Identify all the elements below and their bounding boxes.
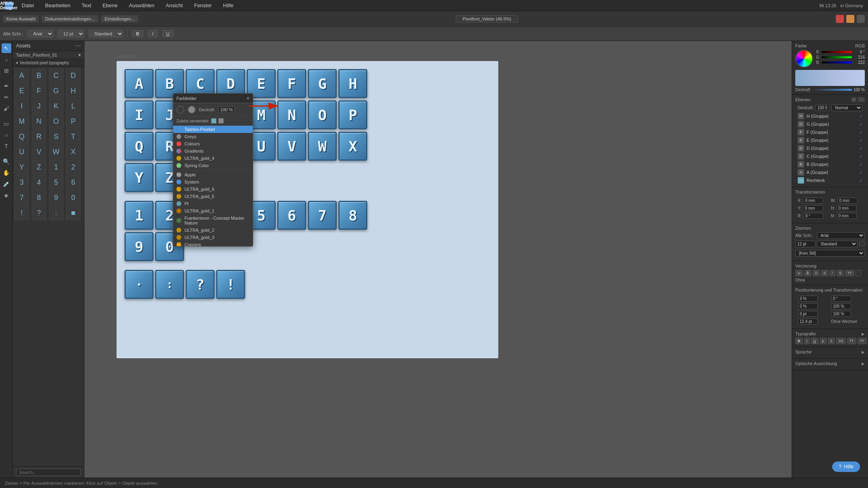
asset-E[interactable]: E <box>14 84 29 98</box>
palette-ultra-gold5[interactable]: ULTRA_gold_5 <box>173 193 253 200</box>
asset-6[interactable]: 6 <box>66 175 80 190</box>
layers-add-btn[interactable]: + <box>851 97 856 102</box>
font-weight-select[interactable]: Standard <box>88 30 123 38</box>
palette-spring[interactable]: Spring Color <box>173 162 253 169</box>
palette-tashiro-pixelart[interactable]: Tashiro-Pixelart <box>173 126 253 133</box>
typo-ss-btn[interactable]: SS <box>836 338 846 344</box>
typo-tt2-btn[interactable]: TT <box>858 338 867 344</box>
pos-r-input[interactable] <box>831 296 851 302</box>
palette-crayons[interactable]: Crayons <box>173 241 253 246</box>
select-tool[interactable]: ↖ <box>2 43 11 53</box>
asset-L[interactable]: L <box>66 99 80 113</box>
layer-E-gruppe[interactable]: E E (Gruppe) ✓ <box>795 136 865 144</box>
h-input[interactable] <box>837 205 857 211</box>
blend-mode-select[interactable]: Normal <box>831 104 862 111</box>
canvas-area[interactable]: Artboard1 A B C D E F G H I J K L <box>84 41 792 478</box>
sprache-expand[interactable]: Sprache ▶ <box>795 349 865 354</box>
font-family-select[interactable]: Arial <box>817 232 865 239</box>
asset-T[interactable]: T <box>66 129 80 144</box>
color-decoration-chip[interactable] <box>856 270 861 276</box>
asset-N[interactable]: N <box>32 114 46 129</box>
asset-V[interactable]: V <box>32 145 46 159</box>
no-selection-btn[interactable]: Keine Auswahl <box>3 15 39 22</box>
asset-D[interactable]: D <box>66 68 80 83</box>
asset-9[interactable]: 9 <box>49 190 63 205</box>
palette-colours[interactable]: Colours <box>173 140 253 147</box>
menu-auswaehlen[interactable]: Auswählen <box>127 2 157 9</box>
strikethrough-btn[interactable]: S̶ <box>804 270 811 276</box>
recent-swatch-2[interactable] <box>218 118 224 124</box>
sub-btn[interactable]: S <box>837 270 844 276</box>
pos-x-pct[interactable] <box>798 296 818 302</box>
asset-1[interactable]: 1 <box>49 160 63 174</box>
pos-px[interactable] <box>798 311 818 317</box>
asset-B[interactable]: B <box>32 68 46 83</box>
pencil-tool[interactable]: ✏ <box>2 92 11 102</box>
transform-tool[interactable]: ⊞ <box>2 66 11 76</box>
pos-py[interactable] <box>798 319 818 325</box>
palette-system[interactable]: System <box>173 178 253 186</box>
farbfelder-close-btn[interactable]: × <box>246 95 250 101</box>
asset-7[interactable]: 7 <box>14 190 29 205</box>
layers-menu-btn[interactable]: ⋯ <box>858 97 865 102</box>
asset-W[interactable]: W <box>49 145 63 159</box>
smallcaps-btn[interactable]: ˢ <box>829 270 835 276</box>
palette-apple[interactable]: Apple <box>173 171 253 178</box>
pen-tool[interactable]: ✒ <box>2 81 11 91</box>
asset-3[interactable]: 3 <box>14 175 29 190</box>
assets-section-triangle[interactable]: ▾ <box>16 61 18 65</box>
doc-settings-btn[interactable]: Dokumenteinstellungen... <box>42 15 98 22</box>
asset-excl[interactable]: ! <box>14 206 29 220</box>
typo-tt-btn[interactable]: TT <box>847 338 856 344</box>
palette-frankentoon[interactable]: Frankentoon - Concept Master Nature <box>173 214 253 227</box>
asset-5[interactable]: 5 <box>49 175 63 190</box>
kein-stil-select[interactable]: [Kein Stil] <box>795 250 865 257</box>
asset-0[interactable]: 0 <box>66 190 80 205</box>
asset-4[interactable]: 4 <box>32 175 46 190</box>
asset-U[interactable]: U <box>14 145 29 159</box>
node-tool[interactable]: ⬦ <box>2 55 11 64</box>
toolbar-icon-3[interactable] <box>857 15 865 23</box>
assets-menu-btn[interactable]: ⋯ <box>75 43 81 49</box>
asset-M[interactable]: M <box>14 114 29 129</box>
asset-G[interactable]: G <box>49 84 63 98</box>
color-wheel[interactable] <box>795 50 813 67</box>
opacity-slider[interactable] <box>812 89 852 91</box>
layer-C-gruppe[interactable]: C C (Gruppe) ✓ <box>795 152 865 160</box>
font-style-select[interactable]: Standard <box>817 241 858 247</box>
eyedrop-tool[interactable]: 💉 <box>2 179 11 189</box>
recent-swatch-1[interactable] <box>211 118 217 124</box>
asset-A[interactable]: A <box>14 68 29 83</box>
typo-bold-btn[interactable]: B <box>795 338 803 344</box>
asset-O[interactable]: O <box>49 114 63 129</box>
asset-P[interactable]: P <box>66 114 80 129</box>
hand-tool[interactable]: ✋ <box>2 168 11 178</box>
menu-hilfe[interactable]: Hilfe <box>221 2 236 9</box>
typo-sub-btn[interactable]: S <box>828 338 835 344</box>
pos-sx[interactable] <box>831 303 851 309</box>
palette-greys[interactable]: Greys <box>173 133 253 140</box>
layer-A-gruppe[interactable]: A A (Gruppe) ✓ <box>795 168 865 176</box>
asset-colon[interactable]: : <box>49 206 63 220</box>
x-input[interactable] <box>803 198 823 204</box>
gradient-tool[interactable]: ◈ <box>2 190 11 200</box>
underline-decoration-btn[interactable]: U <box>795 270 803 276</box>
menu-ebene[interactable]: Ebene <box>100 2 120 9</box>
brush-tool[interactable]: 🖌 <box>2 104 11 113</box>
layer-rechteck[interactable]: ▭ Rechteck ✓ <box>795 176 865 184</box>
opacity-input[interactable] <box>815 105 830 111</box>
font-size-field[interactable] <box>795 241 815 247</box>
asset-C[interactable]: C <box>49 68 63 83</box>
layer-G-gruppe[interactable]: G G (Gruppe) ✓ <box>795 120 865 128</box>
typo-underline-btn[interactable]: U <box>811 338 819 344</box>
r-input[interactable] <box>803 213 823 219</box>
toolbar-icon-1[interactable] <box>836 15 844 23</box>
asset-question[interactable]: ? <box>32 206 46 220</box>
palette-ultra-gold6[interactable]: ULTRA_gold_6 <box>173 186 253 193</box>
caps-btn[interactable]: S <box>821 270 828 276</box>
palette-gradients[interactable]: Gradients <box>173 147 253 155</box>
color-spectrum[interactable] <box>795 70 865 86</box>
layer-F-gruppe[interactable]: F F (Gruppe) ✓ <box>795 128 865 136</box>
asset-X[interactable]: X <box>66 145 80 159</box>
ellipse-tool[interactable]: ○ <box>2 130 11 140</box>
